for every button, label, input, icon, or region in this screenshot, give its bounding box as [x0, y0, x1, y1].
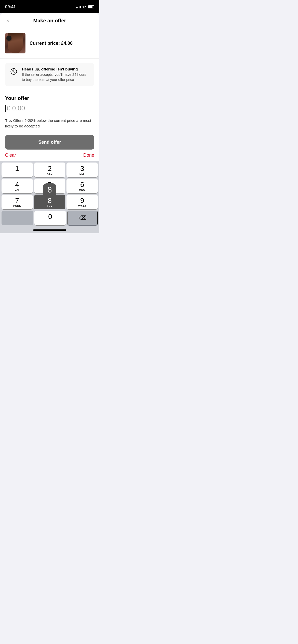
clear-button[interactable]: Clear	[5, 153, 16, 158]
keyboard-row-1: 1 2 ABC 3 DEF	[1, 163, 99, 177]
offer-label: Your offer	[5, 95, 94, 101]
key-empty	[2, 211, 33, 225]
product-row: Current price: £4.00	[0, 28, 99, 59]
tip-label: Tip:	[5, 118, 12, 123]
delete-icon: ⌫	[79, 215, 87, 221]
keyboard-row-3: 7 PQRS 8 8 TUV 9 WXYZ	[1, 195, 99, 209]
offer-value: £ 0.00	[7, 104, 25, 112]
product-price: Current price: £4.00	[30, 41, 73, 46]
key-4[interactable]: 4 GHI	[2, 179, 33, 193]
offer-sheet: × Make an offer Current price: £4.00 Hea…	[0, 13, 99, 233]
text-cursor	[5, 105, 6, 112]
home-indicator	[0, 227, 99, 233]
numeric-keyboard: 1 2 ABC 3 DEF 4 GHI 5 JKL 6	[0, 161, 99, 227]
status-bar: 09:41	[0, 0, 99, 13]
signal-icon	[76, 5, 81, 8]
product-image	[5, 33, 25, 53]
tip-body: Offers 5-20% below the current price are…	[5, 118, 91, 128]
key-9[interactable]: 9 WXYZ	[66, 195, 98, 209]
key-1[interactable]: 1	[2, 163, 33, 177]
clock-warning-icon	[9, 67, 18, 76]
battery-icon	[88, 5, 94, 8]
home-bar	[33, 229, 66, 231]
wifi-icon	[82, 5, 86, 8]
key-8[interactable]: 8 8 TUV	[34, 195, 65, 209]
key-3[interactable]: 3 DEF	[66, 163, 98, 177]
info-card-title: Heads up, offering isn't buying	[22, 67, 90, 71]
status-time: 09:41	[5, 4, 16, 9]
key-7[interactable]: 7 PQRS	[2, 195, 33, 209]
keyboard-row-4: 0 ⌫	[1, 211, 99, 225]
info-card: Heads up, offering isn't buying If the s…	[5, 63, 94, 86]
sheet-title: Make an offer	[33, 18, 66, 24]
offer-input-row[interactable]: £ 0.00	[5, 104, 94, 114]
key-2[interactable]: 2 ABC	[34, 163, 65, 177]
info-card-desc: If the seller accepts, you'll have 24 ho…	[22, 72, 90, 82]
key-0[interactable]: 0	[34, 211, 66, 225]
key-6[interactable]: 6 MNO	[66, 179, 98, 193]
tip-text: Tip: Offers 5-20% below the current pric…	[5, 118, 94, 129]
keyboard-toolbar: Clear Done	[0, 150, 99, 161]
close-button[interactable]: ×	[5, 17, 10, 24]
info-text: Heads up, offering isn't buying If the s…	[22, 67, 90, 82]
key-delete[interactable]: ⌫	[67, 211, 98, 225]
status-icons	[76, 5, 94, 8]
done-button[interactable]: Done	[83, 153, 94, 158]
sheet-header: × Make an offer	[0, 13, 99, 28]
offer-section: Your offer £ 0.00 Tip: Offers 5-20% belo…	[0, 90, 99, 129]
send-offer-button[interactable]: Send offer	[5, 135, 94, 150]
key-8-bubble: 8	[43, 183, 56, 197]
